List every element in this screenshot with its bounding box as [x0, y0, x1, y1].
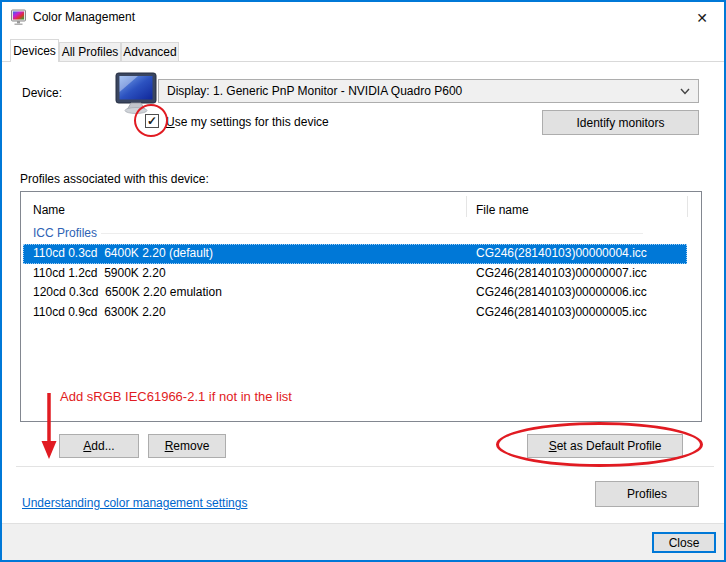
title-bar: Color Management ✕ — [2, 2, 724, 33]
profiles-listview[interactable]: Name File name ICC Profiles 110cd 0.3cd … — [20, 191, 702, 422]
remove-button[interactable]: Remove — [148, 434, 226, 458]
table-row[interactable]: 120cd 0.3cd 6500K 2.20 emulation CG246(2… — [21, 283, 701, 303]
tab-advanced-label: Advanced — [123, 45, 176, 59]
device-label: Device: — [22, 86, 62, 100]
profile-name: 110cd 1.2cd 5900K 2.20 — [33, 264, 166, 283]
tab-all-profiles-label: All Profiles — [62, 45, 119, 59]
device-select[interactable]: Display: 1. Generic PnP Monitor - NVIDIA… — [158, 79, 699, 103]
tab-devices-label: Devices — [13, 44, 56, 58]
close-icon: ✕ — [696, 10, 708, 26]
close-button[interactable]: Close — [652, 532, 716, 553]
identify-monitors-button[interactable]: Identify monitors — [542, 110, 699, 135]
table-row[interactable]: 110cd 0.9cd 6300K 2.20 CG246(28140103)00… — [21, 303, 701, 323]
profile-name: 110cd 0.9cd 6300K 2.20 — [33, 303, 166, 322]
device-select-value: Display: 1. Generic PnP Monitor - NVIDIA… — [167, 84, 462, 98]
dialog-footer: Close — [2, 523, 724, 560]
profiles-button[interactable]: Profiles — [595, 481, 699, 507]
annotation-note: Add sRGB IEC61966-2.1 if not in the list — [60, 389, 292, 404]
profile-file-name: CG246(28140103)00000007.icc — [476, 264, 647, 283]
profile-file-name: CG246(28140103)00000005.icc — [476, 303, 647, 322]
annotation-circle-set-default — [496, 422, 703, 467]
table-row[interactable]: 110cd 0.3cd 6400K 2.20 (default) CG246(2… — [23, 244, 687, 264]
profile-file-name: CG246(28140103)00000006.icc — [476, 283, 647, 302]
annotation-arrow-down-icon — [37, 391, 61, 461]
annotation-circle-checkbox — [134, 104, 168, 137]
chevron-down-icon — [680, 88, 690, 95]
tab-all-profiles[interactable]: All Profiles — [59, 42, 121, 61]
window-title: Color Management — [33, 10, 135, 24]
color-management-app-icon — [10, 9, 27, 26]
tab-devices[interactable]: Devices — [10, 39, 59, 62]
window-close-button[interactable]: ✕ — [680, 2, 724, 33]
profile-name: 110cd 0.3cd 6400K 2.20 (default) — [33, 244, 213, 263]
use-my-settings-label: Use my settings for this device — [166, 115, 329, 129]
table-row[interactable]: 110cd 1.2cd 5900K 2.20 CG246(28140103)00… — [21, 264, 701, 284]
profiles-rows: 110cd 0.3cd 6400K 2.20 (default) CG246(2… — [21, 244, 701, 322]
profile-name: 120cd 0.3cd 6500K 2.20 emulation — [33, 283, 222, 302]
tab-advanced[interactable]: Advanced — [121, 42, 179, 61]
add-button[interactable]: Add... — [59, 434, 139, 458]
profiles-section-label: Profiles associated with this device: — [20, 172, 209, 186]
column-divider — [466, 196, 467, 217]
column-header-name[interactable]: Name — [33, 203, 65, 217]
understanding-color-management-link[interactable]: Understanding color management settings — [22, 496, 247, 510]
column-header-file-name[interactable]: File name — [476, 203, 529, 217]
profile-file-name: CG246(28140103)00000004.icc — [476, 244, 647, 263]
group-header-icc-profiles: ICC Profiles — [33, 226, 97, 240]
group-header-line — [101, 233, 643, 234]
column-divider — [687, 196, 688, 217]
color-management-dialog: Color Management ✕ Devices All Profiles … — [0, 0, 726, 562]
tabstrip-divider — [2, 61, 724, 62]
